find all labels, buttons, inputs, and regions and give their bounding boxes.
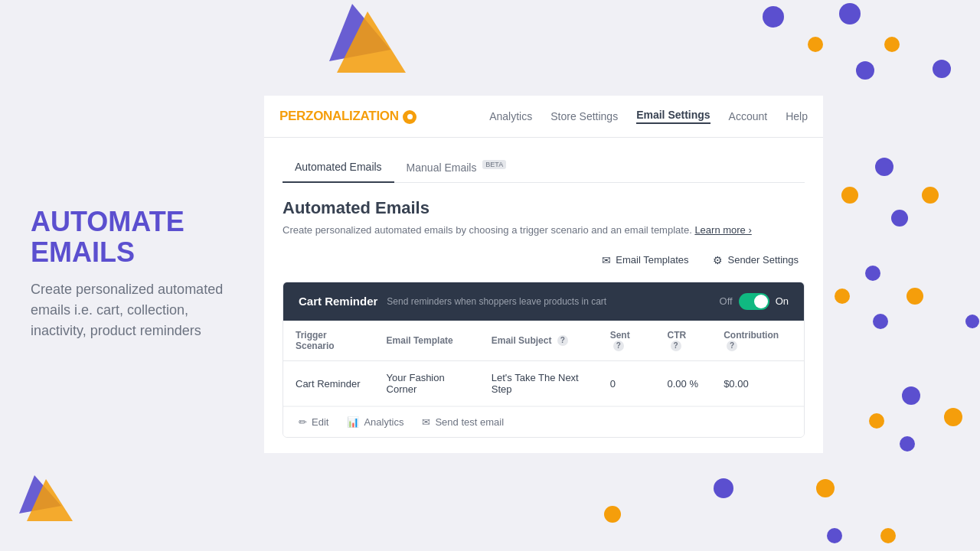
- page-title: Automated Emails: [283, 198, 805, 218]
- ctr-info-icon[interactable]: ?: [671, 341, 681, 351]
- promo-description: Create personalized automated emails i.e…: [31, 279, 245, 341]
- cart-reminder-card: Cart Reminder Send reminders when shoppe…: [283, 282, 805, 439]
- nav-account[interactable]: Account: [729, 110, 768, 122]
- nav-logo: PERZONALIZATION: [279, 109, 416, 124]
- decorative-dot: [873, 314, 888, 329]
- decorative-dot: [841, 187, 858, 204]
- cell-ctr: 0.00 %: [655, 361, 712, 406]
- decorative-dot: [714, 478, 733, 498]
- decorative-dot: [891, 210, 908, 227]
- nav-help[interactable]: Help: [786, 110, 808, 122]
- edit-icon: ✏: [299, 416, 307, 428]
- cell-template: Your Fashion Corner: [374, 361, 479, 406]
- col-subject: Email Subject ?: [479, 321, 598, 361]
- col-contribution: Contribution ?: [711, 321, 804, 361]
- content-area: Automated Emails Manual Emails BETA Auto…: [264, 138, 823, 453]
- decorative-dot: [869, 413, 884, 429]
- cell-trigger: Cart Reminder: [283, 361, 374, 406]
- bottom-triangle-logo: [15, 475, 77, 536]
- subject-info-icon[interactable]: ?: [557, 335, 568, 346]
- decorative-dot: [965, 315, 979, 328]
- card-subtitle: Send reminders when shoppers leave produ…: [387, 296, 606, 307]
- decorative-dot: [763, 6, 784, 28]
- col-sent: Sent ?: [598, 321, 655, 361]
- nav-analytics[interactable]: Analytics: [489, 110, 532, 122]
- card-footer: ✏ Edit 📊 Analytics ✉ Send test email: [283, 406, 804, 437]
- card-header-left: Cart Reminder Send reminders when shoppe…: [299, 295, 606, 308]
- cart-reminder-toggle[interactable]: [739, 293, 769, 310]
- decorative-dot: [835, 289, 850, 304]
- edit-button[interactable]: ✏ Edit: [299, 416, 328, 428]
- toggle-off-label: Off: [720, 295, 733, 307]
- contribution-info-icon[interactable]: ?: [727, 341, 737, 351]
- analytics-button[interactable]: 📊 Analytics: [347, 416, 403, 428]
- email-templates-button[interactable]: ✉ Email Templates: [596, 251, 694, 269]
- main-navbar: PERZONALIZATION Analytics Store Settings…: [264, 96, 823, 138]
- settings-icon: ⚙: [713, 254, 723, 266]
- table-header-row: Trigger Scenario Email Template Email Su…: [283, 321, 804, 361]
- decorative-dot: [933, 60, 951, 78]
- sender-settings-button[interactable]: ⚙ Sender Settings: [707, 251, 805, 269]
- nav-links: Analytics Store Settings Email Settings …: [489, 109, 808, 124]
- decorative-dot: [900, 436, 915, 452]
- decorative-dot: [880, 528, 896, 543]
- cell-sent: 0: [598, 361, 655, 406]
- promo-heading: AUTOMATE EMAILS: [31, 207, 245, 267]
- send-icon: ✉: [422, 416, 430, 428]
- col-ctr: CTR ?: [655, 321, 712, 361]
- action-bar: ✉ Email Templates ⚙ Sender Settings: [283, 251, 805, 269]
- decorative-dot: [865, 266, 880, 281]
- email-template-icon: ✉: [602, 254, 611, 266]
- tab-automated-emails[interactable]: Automated Emails: [283, 153, 394, 183]
- analytics-icon: 📊: [347, 416, 359, 428]
- decorative-dot: [839, 3, 861, 24]
- nav-store-settings[interactable]: Store Settings: [550, 110, 618, 122]
- nav-email-settings[interactable]: Email Settings: [636, 109, 710, 124]
- decorative-dot: [856, 61, 874, 80]
- logo-icon: [403, 110, 416, 124]
- cell-contribution: $0.00: [711, 361, 804, 406]
- table-row: Cart Reminder Your Fashion Corner Let's …: [283, 361, 804, 406]
- decorative-dot: [604, 506, 621, 523]
- page-description: Create personalized automated emails by …: [283, 224, 805, 236]
- beta-badge: BETA: [482, 160, 506, 169]
- learn-more-link[interactable]: Learn more ›: [694, 224, 751, 236]
- email-table: Trigger Scenario Email Template Email Su…: [283, 321, 804, 407]
- decorative-dot: [816, 479, 835, 497]
- decorative-dot: [906, 288, 923, 305]
- col-trigger: Trigger Scenario: [283, 321, 374, 361]
- decorative-dot: [827, 528, 842, 543]
- decorative-dot: [875, 158, 893, 176]
- decorative-dot: [902, 386, 920, 405]
- cell-subject: Let's Take The Next Step: [479, 361, 598, 406]
- decorative-dot: [944, 408, 962, 426]
- tab-manual-emails[interactable]: Manual Emails BETA: [394, 153, 519, 183]
- top-triangle-logo: [322, 4, 413, 91]
- decorative-dot: [922, 187, 939, 204]
- send-test-email-button[interactable]: ✉ Send test email: [422, 416, 504, 428]
- left-promo-content: AUTOMATE EMAILS Create personalized auto…: [31, 207, 245, 341]
- email-tabs: Automated Emails Manual Emails BETA: [283, 153, 805, 183]
- card-header: Cart Reminder Send reminders when shoppe…: [283, 282, 804, 321]
- card-title: Cart Reminder: [299, 295, 377, 308]
- toggle-on-label: On: [776, 295, 789, 307]
- sent-info-icon[interactable]: ?: [613, 341, 624, 351]
- col-template: Email Template: [374, 321, 479, 361]
- decorative-dot: [808, 37, 823, 52]
- toggle-container: Off On: [720, 293, 789, 310]
- decorative-dot: [884, 37, 900, 52]
